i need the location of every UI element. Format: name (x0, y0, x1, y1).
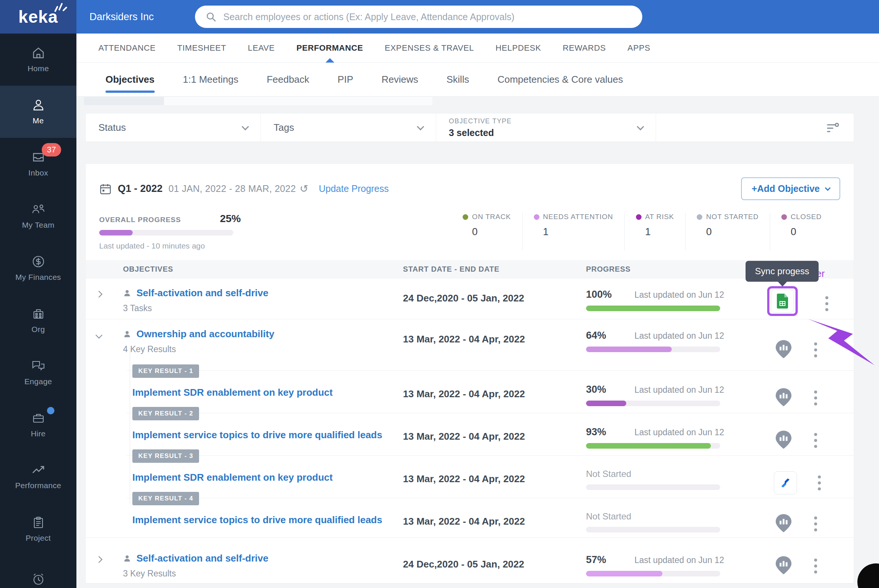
progress-percent: 93% (586, 426, 634, 438)
key-result-title-link[interactable]: Implement SDR enablement on key product (132, 387, 332, 398)
sidebar-item-label: Home (28, 64, 49, 73)
subtab-1-1-meetings[interactable]: 1:1 Meetings (169, 63, 253, 96)
update-progress-pin-button[interactable] (774, 555, 793, 577)
subtab-feedback[interactable]: Feedback (252, 63, 323, 96)
progress-bar (586, 443, 720, 448)
sidebar-item-me[interactable]: Me (0, 86, 77, 138)
objective-type-label: OBJECTIVE TYPE (449, 117, 512, 125)
objective-dates: 24 Dec,2020 - 05 Jan, 2022 (403, 278, 586, 319)
sidebar-item-label: Inbox (29, 168, 48, 177)
progress-bar (586, 306, 720, 311)
row-menu-button[interactable] (812, 340, 819, 360)
sidebar-item-label: Me (33, 116, 44, 125)
tab-apps[interactable]: APPS (616, 33, 661, 63)
sidebar-item-project[interactable]: Project (0, 503, 77, 555)
progress-pin-icon (774, 513, 793, 534)
key-result-dates: 13 Mar, 2022 - 04 Apr, 2022 (403, 413, 586, 455)
sidebar-item-org[interactable]: Org (0, 294, 77, 346)
key-result-badge: KEY RESULT - 3 (132, 449, 199, 463)
key-result-title-link[interactable]: Implement service topics to drive more q… (132, 514, 382, 525)
tab-attendance[interactable]: ATTENDANCE (88, 33, 167, 63)
subtab-pip[interactable]: PIP (323, 63, 368, 96)
progress-bar (586, 400, 720, 406)
status-filter-dropdown[interactable]: Status (86, 114, 261, 142)
main-content: ATTENDANCE TIMESHEET LEAVE PERFORMANCE E… (77, 33, 879, 588)
sidebar-item-time[interactable] (0, 555, 77, 588)
expand-chevron-icon[interactable] (95, 556, 102, 562)
key-result-row: KEY RESULT - 2 Implement service topics … (86, 413, 853, 455)
update-progress-pin-button[interactable] (774, 429, 793, 452)
expand-chevron-icon[interactable] (95, 291, 102, 297)
objective-type-dropdown[interactable]: OBJECTIVE TYPE 3 selected (436, 114, 656, 142)
objective-title-link[interactable]: Self-activation and self-drive (137, 553, 268, 564)
on-track-dot (463, 214, 468, 220)
on-track-count: 0 (472, 226, 511, 238)
tab-rewards[interactable]: REWARDS (552, 33, 617, 63)
keka-logo[interactable]: keka (0, 0, 77, 33)
jira-sync-button[interactable] (774, 471, 797, 495)
tab-performance[interactable]: PERFORMANCE (285, 33, 374, 63)
search-input[interactable] (223, 12, 632, 22)
sidebar-item-home[interactable]: Home (0, 33, 77, 86)
loading-strip (84, 97, 164, 105)
tab-leave[interactable]: LEAVE (237, 33, 285, 63)
key-result-title-link[interactable]: Implement service topics to drive more q… (132, 429, 382, 441)
objective-title-link[interactable]: Ownership and accountability (137, 328, 274, 340)
row-menu-button[interactable] (812, 556, 819, 576)
sidebar-item-engage[interactable]: Engage (0, 346, 77, 399)
row-menu-button[interactable] (816, 473, 823, 493)
key-result-dates: 13 Mar, 2022 - 04 Apr, 2022 (403, 455, 586, 498)
add-objective-button[interactable]: +Add Objective (741, 177, 840, 200)
update-progress-link[interactable]: Update Progress (319, 183, 389, 194)
key-result-badge: KEY RESULT - 2 (132, 407, 199, 420)
subtab-reviews[interactable]: Reviews (368, 63, 433, 96)
sidebar-item-label: Project (26, 534, 51, 543)
global-search[interactable] (195, 6, 642, 28)
sidebar-item-hire[interactable]: Hire (0, 399, 77, 451)
keka-app: keka Darksiders Inc Home Me (0, 0, 879, 588)
progress-pin-icon (774, 555, 793, 576)
tab-expenses-travel[interactable]: EXPENSES & TRAVEL (374, 33, 485, 63)
filter-sliders-icon (825, 120, 840, 135)
subtab-competencies[interactable]: Competencies & Core values (483, 63, 637, 96)
objective-subtitle: 3 Key Results (112, 568, 403, 579)
tab-helpdesk[interactable]: HELPDESK (485, 33, 552, 63)
objective-title-link[interactable]: Self-activation and self-drive (137, 287, 268, 299)
key-results-group: KEY RESULT - 1 Implement SDR enablement … (86, 370, 853, 537)
collapse-chevron-icon[interactable] (95, 332, 102, 338)
overall-progress-bar (99, 230, 233, 236)
progress-bar (586, 527, 720, 532)
row-menu-button[interactable] (812, 431, 819, 450)
legend-needs-attention: NEEDS ATTENTION 1 (522, 213, 624, 250)
sidebar-item-label: My Team (22, 220, 54, 230)
legend-at-risk: AT RISK 1 (624, 213, 685, 250)
tab-timesheet[interactable]: TIMESHEET (167, 33, 237, 63)
row-menu-button[interactable] (812, 514, 819, 534)
brand-name: keka (18, 7, 58, 27)
sidebar-item-my-team[interactable]: My Team (0, 190, 77, 242)
finances-icon (32, 255, 45, 268)
history-icon[interactable]: ↺ (300, 183, 308, 195)
progress-updated: Last updated on Jun 12 (634, 428, 724, 438)
key-result-title-link[interactable]: Implement SDR enablement on key product (132, 472, 332, 483)
sidebar-item-performance[interactable]: Performance (0, 451, 77, 503)
subtab-objectives[interactable]: Objectives (91, 63, 169, 96)
overall-last-updated: Last updated - 10 minutes ago (99, 242, 256, 250)
objective-row: Self-activation and self-drive 3 Key Res… (86, 537, 853, 578)
google-sheets-icon (777, 293, 789, 309)
highlighted-sheets-sync-button[interactable] (767, 286, 798, 316)
sidebar-item-inbox[interactable]: 37 Inbox (0, 138, 77, 190)
advanced-filter-button[interactable] (825, 114, 853, 142)
search-icon (205, 11, 216, 22)
performance-icon (31, 464, 45, 477)
update-progress-pin-button[interactable] (774, 387, 793, 409)
subtab-skills[interactable]: Skills (433, 63, 484, 96)
row-menu-button[interactable] (823, 294, 831, 314)
row-menu-button[interactable] (812, 388, 819, 408)
sidebar-item-my-finances[interactable]: My Finances (0, 242, 77, 294)
tags-filter-dropdown[interactable]: Tags (261, 114, 436, 142)
update-progress-pin-button[interactable] (774, 513, 793, 535)
chevron-down-icon (417, 123, 424, 130)
key-result-row: KEY RESULT - 3 Implement SDR enablement … (86, 455, 853, 498)
update-progress-pin-button[interactable] (774, 339, 793, 361)
